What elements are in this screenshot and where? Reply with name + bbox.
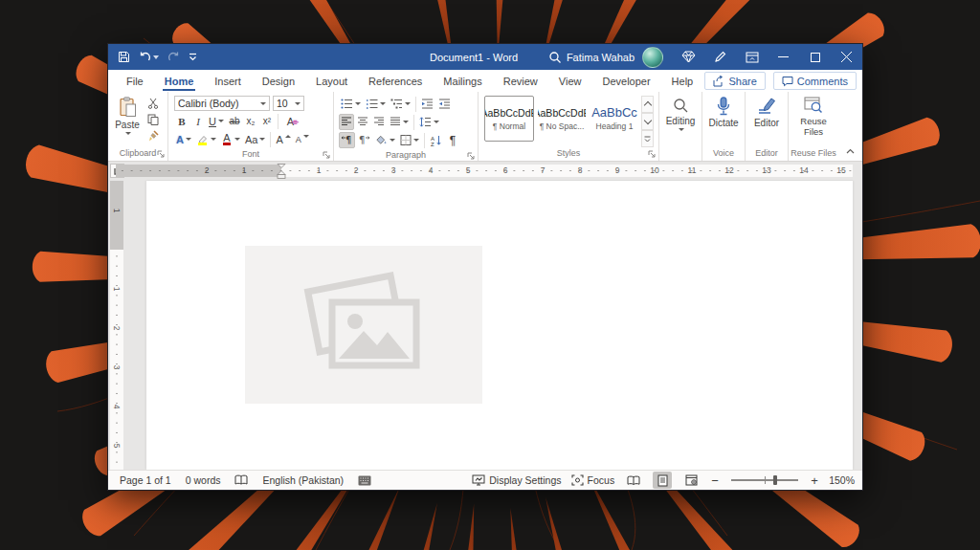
font-name-select[interactable]: Calibri (Body) — [174, 96, 270, 111]
line-spacing-icon — [419, 117, 432, 127]
zoom-level[interactable]: 150% — [829, 474, 855, 486]
editor-button[interactable]: Editor — [754, 95, 779, 147]
tab-design[interactable]: Design — [252, 70, 305, 92]
zoom-slider-thumb[interactable] — [773, 475, 777, 485]
underline-button[interactable]: U — [207, 113, 226, 129]
paste-button[interactable]: Paste — [111, 95, 144, 147]
language-status[interactable]: English (Pakistan) — [262, 474, 344, 486]
tab-references[interactable]: References — [358, 70, 433, 92]
display-settings-button[interactable]: Display Settings — [472, 474, 561, 486]
sort-button[interactable]: A Z — [428, 132, 444, 148]
style-heading-1[interactable]: AaBbCc Heading 1 — [590, 96, 639, 142]
search-icon[interactable] — [548, 48, 562, 67]
shading-button[interactable] — [373, 132, 397, 148]
styles-more-icon[interactable] — [641, 130, 654, 147]
account-name[interactable]: Fatima Wahab — [567, 52, 635, 63]
print-layout-button[interactable] — [653, 472, 672, 489]
line-spacing-button[interactable] — [417, 114, 441, 130]
rtl-text-direction-button[interactable]: ¶ — [356, 132, 372, 148]
bullets-button[interactable] — [339, 96, 363, 112]
comments-button[interactable]: Comments — [773, 72, 857, 90]
strikethrough-button[interactable]: ab — [227, 113, 242, 129]
indent-markers[interactable] — [276, 164, 287, 179]
font-color-button[interactable]: A — [219, 131, 242, 147]
tab-review[interactable]: Review — [493, 70, 548, 92]
bold-button[interactable]: B — [174, 113, 189, 129]
style-normal[interactable]: AaBbCcDdE ¶ Normal — [484, 96, 534, 142]
zoom-in-button[interactable]: + — [810, 474, 819, 487]
collapse-ribbon-icon[interactable] — [846, 141, 855, 158]
zoom-slider[interactable] — [731, 479, 798, 481]
font-size-select[interactable]: 10 — [273, 96, 304, 111]
tab-help[interactable]: Help — [661, 70, 704, 92]
clear-formatting-button[interactable]: A ⌯ — [281, 113, 300, 129]
superscript-button[interactable]: x² — [259, 113, 275, 129]
customize-qat-icon[interactable] — [189, 48, 197, 67]
ink-pen-icon[interactable] — [704, 44, 736, 70]
styles-scroll-down-icon[interactable] — [641, 113, 654, 130]
save-icon[interactable] — [118, 48, 130, 67]
font-dialog-launcher-icon[interactable] — [322, 150, 331, 160]
tab-file[interactable]: File — [116, 70, 154, 92]
ribbon-display-options-icon[interactable] — [736, 44, 768, 70]
tab-home[interactable]: Home — [154, 70, 205, 92]
italic-button[interactable]: I — [190, 113, 206, 129]
show-formatting-marks-button[interactable]: ¶ — [445, 132, 460, 148]
avatar[interactable] — [642, 47, 663, 68]
style-no-spacing[interactable]: AaBbCcDdE ¶ No Spac... — [537, 96, 587, 142]
increase-indent-icon — [438, 99, 451, 109]
align-center-button[interactable] — [355, 114, 370, 130]
text-effects-button[interactable]: A — [174, 131, 193, 147]
ltr-text-direction-button[interactable]: ¶ — [339, 132, 355, 148]
read-mode-button[interactable] — [624, 472, 643, 489]
focus-button[interactable]: Focus — [571, 474, 615, 486]
styles-dialog-launcher-icon[interactable] — [647, 149, 657, 159]
cut-button[interactable] — [145, 95, 161, 111]
redo-button[interactable] — [167, 48, 180, 67]
ruler-number: 1 — [112, 282, 122, 296]
subscript-button[interactable]: x₂ — [243, 113, 258, 129]
web-layout-button[interactable] — [681, 472, 701, 489]
page-count[interactable]: Page 1 of 1 — [120, 474, 171, 486]
image-placeholder[interactable] — [245, 246, 482, 404]
dictate-button[interactable]: Dictate — [708, 95, 738, 147]
format-painter-button[interactable] — [145, 127, 161, 143]
grow-font-button[interactable]: A — [274, 131, 292, 147]
tab-mailings[interactable]: Mailings — [433, 70, 492, 92]
clipboard-group-label: Clipboard — [120, 148, 157, 158]
increase-indent-button[interactable] — [436, 96, 453, 112]
align-right-button[interactable] — [371, 114, 387, 130]
styles-scroll-up-icon[interactable] — [641, 96, 654, 113]
multilevel-list-button[interactable] — [389, 96, 412, 112]
document-page[interactable] — [146, 181, 853, 470]
reuse-files-button[interactable]: Reuse Files — [791, 95, 835, 147]
borders-button[interactable] — [398, 132, 421, 148]
align-left-button[interactable] — [339, 114, 354, 130]
horizontal-ruler[interactable]: 21123456789101112131415 — [116, 165, 853, 177]
tab-insert[interactable]: Insert — [204, 70, 252, 92]
decrease-indent-button[interactable] — [419, 96, 435, 112]
change-case-button[interactable]: Aa — [243, 131, 267, 147]
undo-button[interactable] — [139, 48, 159, 67]
keyboard-language-icon[interactable] — [358, 475, 371, 486]
zoom-out-button[interactable]: − — [710, 474, 720, 487]
maximize-button[interactable] — [799, 44, 831, 70]
proofing-status-icon[interactable] — [234, 474, 248, 486]
numbering-button[interactable] — [364, 96, 388, 112]
clipboard-dialog-launcher-icon[interactable] — [156, 149, 166, 159]
rewards-gem-icon[interactable] — [673, 44, 704, 70]
highlight-color-button[interactable] — [194, 131, 218, 147]
justify-button[interactable] — [388, 114, 411, 130]
editing-button[interactable]: Editing — [666, 95, 696, 147]
close-button[interactable] — [831, 44, 862, 70]
share-button[interactable]: Share — [704, 72, 765, 90]
copy-button[interactable] — [145, 111, 161, 127]
minimize-button[interactable] — [768, 44, 799, 70]
paragraph-dialog-launcher-icon[interactable] — [466, 151, 476, 161]
tab-layout[interactable]: Layout — [305, 70, 358, 92]
shrink-font-button[interactable]: A — [294, 131, 311, 147]
word-count[interactable]: 0 words — [186, 474, 221, 486]
tab-developer[interactable]: Developer — [591, 70, 660, 92]
vertical-ruler[interactable]: 112345 — [110, 181, 123, 470]
tab-view[interactable]: View — [548, 70, 592, 92]
